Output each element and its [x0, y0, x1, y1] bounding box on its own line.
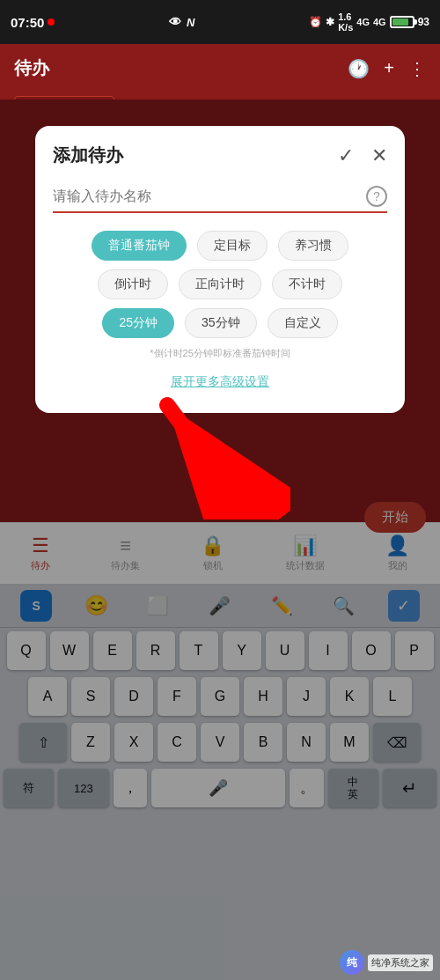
- modal-title: 添加待办: [53, 144, 123, 167]
- battery-fill: [392, 18, 409, 26]
- tag-countup[interactable]: 正向计时: [179, 269, 261, 299]
- confirm-button[interactable]: ✓: [338, 144, 354, 167]
- watermark-text: 纯净系统之家: [368, 954, 433, 971]
- watermark: 纯 纯净系统之家: [340, 950, 433, 975]
- wifi-icon: 1.6K/s: [338, 11, 353, 33]
- battery-indicator: [390, 16, 414, 28]
- watermark-logo: 纯: [340, 950, 364, 975]
- tag-pomodoro[interactable]: 普通番茄钟: [92, 231, 187, 261]
- notification-dot: [48, 18, 55, 26]
- tag-goal[interactable]: 定目标: [197, 231, 268, 261]
- status-time-area: 07:50: [11, 15, 55, 30]
- app-title: 待办: [14, 56, 49, 80]
- header-icons: 🕐 + ⋮: [348, 58, 426, 79]
- clock-icon[interactable]: 🕐: [348, 58, 370, 79]
- time-display: 07:50: [11, 15, 44, 30]
- eye-icon: 👁: [169, 15, 181, 29]
- more-icon[interactable]: ⋮: [408, 58, 426, 79]
- nfc-icon: N: [187, 16, 194, 29]
- app-header: 待办 🕐 + ⋮: [0, 44, 440, 92]
- modal-overlay: 添加待办 ✓ ✕ ? 普通番茄钟 定目标 养习惯 倒计时 正向计时 不计时 25: [0, 99, 440, 980]
- help-button[interactable]: ?: [366, 186, 387, 207]
- add-icon[interactable]: +: [384, 58, 394, 78]
- tag-notimer[interactable]: 不计时: [272, 269, 342, 299]
- tag-habit[interactable]: 养习惯: [278, 231, 348, 261]
- tag-row-duration: 25分钟 35分钟 自定义: [53, 308, 387, 338]
- status-right-area: ⏰ ✱ 1.6K/s 4G 4G 93: [309, 11, 429, 33]
- tag-row-timer: 倒计时 正向计时 不计时: [53, 269, 387, 299]
- status-bar: 07:50 👁 N ⏰ ✱ 1.6K/s 4G 4G 93: [0, 0, 440, 44]
- signal-4g-1: 4G: [356, 17, 370, 27]
- modal-actions: ✓ ✕: [338, 144, 387, 167]
- signal-4g-2: 4G: [373, 17, 386, 27]
- tag-35min[interactable]: 35分钟: [185, 308, 257, 338]
- expand-settings-button[interactable]: 展开更多高级设置: [53, 369, 387, 395]
- add-todo-modal: 添加待办 ✓ ✕ ? 普通番茄钟 定目标 养习惯 倒计时 正向计时 不计时 25: [35, 126, 405, 413]
- timer-note: *倒计时25分钟即标准番茄钟时间: [53, 347, 387, 360]
- tag-countdown[interactable]: 倒计时: [98, 269, 168, 299]
- tag-custom[interactable]: 自定义: [268, 308, 338, 338]
- tag-25min[interactable]: 25分钟: [102, 308, 174, 338]
- tag-row-type: 普通番茄钟 定目标 养习惯: [53, 231, 387, 261]
- task-input-row: ?: [53, 181, 387, 213]
- task-name-input[interactable]: [53, 181, 366, 211]
- status-center-icons: 👁 N: [169, 15, 194, 29]
- bluetooth-icon: ✱: [326, 16, 334, 28]
- battery-percent: 93: [418, 16, 429, 28]
- modal-header: 添加待办 ✓ ✕: [53, 144, 387, 167]
- close-button[interactable]: ✕: [371, 144, 387, 167]
- alarm-icon: ⏰: [309, 16, 322, 28]
